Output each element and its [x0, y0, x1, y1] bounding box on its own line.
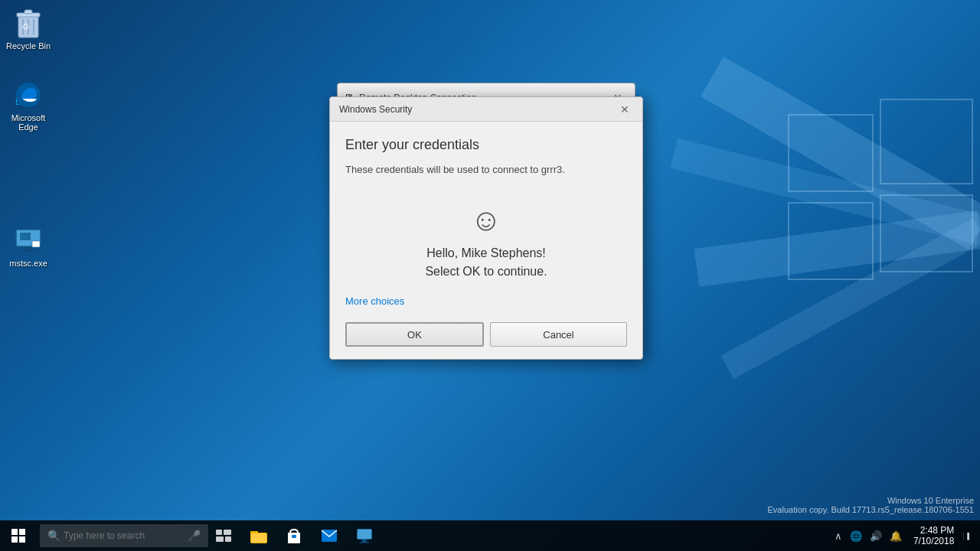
- search-icon: 🔍: [47, 530, 60, 542]
- more-choices-link[interactable]: More choices: [345, 295, 404, 307]
- security-dialog: Windows Security ✕ Enter your credential…: [329, 96, 643, 360]
- svg-rect-25: [216, 536, 224, 542]
- dialog-subtext: These credentials will be used to connec…: [345, 164, 627, 175]
- desktop-icon-mstsc[interactable]: mstsc.exe: [1, 222, 56, 271]
- store-icon: [286, 528, 302, 543]
- dialog-close-button[interactable]: ✕: [616, 101, 633, 118]
- taskbar-store[interactable]: [277, 520, 311, 551]
- microphone-icon[interactable]: 🎤: [188, 530, 201, 542]
- edge-icon: BETA: [13, 80, 44, 110]
- dialog-body: Enter your credentials These credentials…: [330, 122, 642, 359]
- dialog-heading: Enter your credentials: [345, 137, 627, 153]
- clock-time: 2:48 PM: [913, 525, 954, 536]
- file-explorer-icon: [250, 528, 267, 543]
- taskbar-explorer[interactable]: [242, 520, 276, 551]
- svg-rect-31: [292, 535, 296, 538]
- taskbar: 🔍 🎤: [0, 520, 980, 551]
- svg-rect-20: [25, 247, 31, 250]
- svg-rect-32: [322, 530, 337, 542]
- svg-rect-6: [789, 203, 873, 279]
- user-avatar: ☺: [471, 203, 502, 237]
- dialog-titlebar: Windows Security ✕: [330, 97, 642, 122]
- show-desktop-button[interactable]: ▌: [963, 533, 974, 540]
- task-view-button[interactable]: [208, 520, 239, 551]
- svg-rect-21: [22, 250, 34, 252]
- taskbar-clock[interactable]: 2:48 PM 7/10/2018: [907, 525, 960, 546]
- taskbar-mail[interactable]: [312, 520, 346, 551]
- user-greeting: Hello, Mike Stephens!: [426, 246, 546, 260]
- windows-logo-icon: [11, 529, 25, 543]
- svg-rect-22: [32, 241, 40, 247]
- cancel-button[interactable]: Cancel: [490, 322, 627, 347]
- ok-button[interactable]: OK: [345, 322, 484, 347]
- show-hidden-icons-button[interactable]: ∧: [832, 530, 844, 542]
- systray-icons: ∧ 🌐 🔊 🔔: [832, 530, 904, 542]
- desktop: ♻ Recycle Bin BETA MicrosoftEdge: [0, 0, 980, 551]
- edge-label: MicrosoftEdge: [11, 113, 46, 132]
- svg-rect-34: [358, 530, 371, 539]
- svg-rect-23: [216, 530, 222, 535]
- watermark-line1: Windows 10 Enterprise: [768, 496, 975, 505]
- volume-icon[interactable]: 🔊: [867, 530, 884, 542]
- svg-rect-29: [251, 533, 266, 543]
- windows-watermark: Windows 10 Enterprise Evaluation copy. B…: [768, 496, 975, 514]
- search-bar[interactable]: 🔍 🎤: [40, 524, 208, 547]
- svg-rect-7: [880, 195, 972, 272]
- desktop-icon-edge[interactable]: BETA MicrosoftEdge: [1, 77, 56, 135]
- svg-line-3: [727, 230, 980, 367]
- dialog-buttons: OK Cancel: [345, 319, 627, 347]
- taskbar-rdp[interactable]: [348, 520, 381, 551]
- svg-line-1: [674, 153, 980, 230]
- user-instruction: Select OK to continue.: [425, 265, 547, 279]
- recycle-bin-icon: ♻: [13, 8, 44, 38]
- mstsc-icon: [13, 225, 44, 256]
- taskbar-apps: [242, 520, 381, 551]
- task-view-icon: [216, 530, 231, 542]
- watermark-line2: Evaluation copy. Build 17713.rs5_release…: [768, 505, 975, 514]
- svg-rect-5: [880, 99, 972, 184]
- svg-rect-4: [789, 115, 873, 191]
- svg-rect-19: [20, 233, 31, 240]
- svg-rect-13: [24, 10, 32, 14]
- taskbar-systray-area: ∧ 🌐 🔊 🔔 2:48 PM 7/10/2018 ▌: [832, 525, 980, 546]
- mail-icon: [321, 529, 338, 543]
- recycle-bin-label: Recycle Bin: [6, 41, 51, 51]
- desktop-icon-recycle-bin[interactable]: ♻ Recycle Bin: [1, 5, 56, 54]
- svg-rect-24: [224, 530, 231, 535]
- dialog-title: Windows Security: [339, 104, 616, 115]
- search-input[interactable]: [64, 530, 188, 541]
- svg-line-0: [712, 77, 980, 230]
- svg-rect-26: [225, 536, 231, 542]
- rdp-taskbar-icon: [356, 528, 373, 543]
- svg-rect-36: [360, 542, 369, 543]
- svg-line-2: [697, 230, 980, 268]
- start-button[interactable]: [0, 520, 37, 551]
- user-section: ☺ Hello, Mike Stephens! Select OK to con…: [345, 191, 627, 294]
- network-icon[interactable]: 🌐: [848, 530, 864, 542]
- svg-rect-35: [362, 540, 367, 542]
- svg-text:♻: ♻: [21, 21, 30, 32]
- notification-icon[interactable]: 🔔: [887, 530, 904, 542]
- clock-date: 7/10/2018: [913, 536, 954, 546]
- mstsc-label: mstsc.exe: [9, 259, 47, 268]
